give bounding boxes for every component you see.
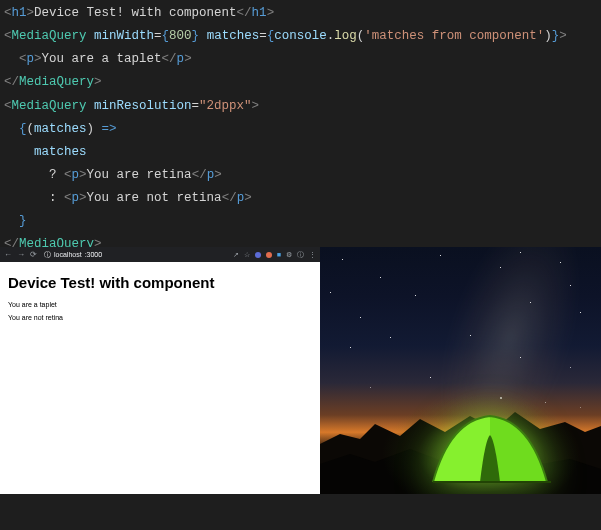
param-matches: matches xyxy=(34,122,87,136)
not-retina-text: You are not retina xyxy=(87,191,222,205)
share-icon[interactable]: ↗ xyxy=(233,251,239,259)
toolbar-right-icons: ↗ ☆ ■ ⚙ ⓘ ⋮ xyxy=(233,250,316,260)
menu-dots-icon[interactable]: ⋮ xyxy=(309,251,316,259)
h1-tag-open: h1 xyxy=(12,6,27,20)
attr-matches: matches xyxy=(207,29,260,43)
ext-icon-1[interactable] xyxy=(255,252,261,258)
back-icon[interactable]: ← xyxy=(4,250,12,259)
h1-tag-close: h1 xyxy=(252,6,267,20)
log-string: 'matches from component' xyxy=(364,29,544,43)
mediaquery-close-2: MediaQuery xyxy=(19,237,94,247)
puzzle-icon[interactable]: ⚙ xyxy=(286,251,292,259)
browser-toolbar: ← → ⟳ ⓘ localhost:3000 ↗ ☆ ■ ⚙ ⓘ ⋮ xyxy=(0,247,320,262)
browser-window: ← → ⟳ ⓘ localhost:3000 ↗ ☆ ■ ⚙ ⓘ ⋮ Devic… xyxy=(0,247,320,494)
url-host: localhost xyxy=(54,251,82,258)
lower-split: ← → ⟳ ⓘ localhost:3000 ↗ ☆ ■ ⚙ ⓘ ⋮ Devic… xyxy=(0,247,601,494)
retina-text: You are retina xyxy=(87,168,192,182)
attr-minresolution: minResolution xyxy=(94,99,192,113)
page-text-2: You are not retina xyxy=(8,314,312,321)
p-text-1: You are a taplet xyxy=(42,52,162,66)
angle-open: < xyxy=(4,6,12,20)
reload-icon[interactable]: ⟳ xyxy=(30,250,37,259)
arrow-token: => xyxy=(102,122,117,136)
mediaquery-open-2: MediaQuery xyxy=(12,99,87,113)
tent-icon xyxy=(425,410,555,488)
info-icon: ⓘ xyxy=(44,250,51,260)
page-heading: Device Test! with component xyxy=(8,274,312,291)
mediaquery-close-1: MediaQuery xyxy=(19,75,94,89)
ident-matches: matches xyxy=(34,145,87,159)
minresolution-val: "2dppx" xyxy=(199,99,252,113)
num-800: 800 xyxy=(169,29,192,43)
browser-viewport: Device Test! with component You are a ta… xyxy=(0,262,320,335)
url-port: :3000 xyxy=(85,251,103,258)
star-icon[interactable]: ☆ xyxy=(244,251,250,259)
mediaquery-open-1: MediaQuery xyxy=(12,29,87,43)
page-text-1: You are a taplet xyxy=(8,301,312,308)
log-method: log xyxy=(334,29,357,43)
address-bar[interactable]: ⓘ localhost:3000 xyxy=(44,250,102,260)
console-obj: console xyxy=(274,29,327,43)
ternary-colon: : xyxy=(49,191,57,205)
forward-icon[interactable]: → xyxy=(17,250,25,259)
h1-text: Device Test! with component xyxy=(34,6,237,20)
ternary-q: ? xyxy=(49,168,57,182)
attr-minwidth: minWidth xyxy=(94,29,154,43)
code-editor-pane: <h1>Device Test! with component</h1> <Me… xyxy=(0,0,601,247)
info-circle-icon[interactable]: ⓘ xyxy=(297,250,304,260)
ext-icon-3[interactable]: ■ xyxy=(277,251,281,258)
night-photo xyxy=(320,247,601,494)
ext-icon-2[interactable] xyxy=(266,252,272,258)
p-tag-1: p xyxy=(27,52,35,66)
